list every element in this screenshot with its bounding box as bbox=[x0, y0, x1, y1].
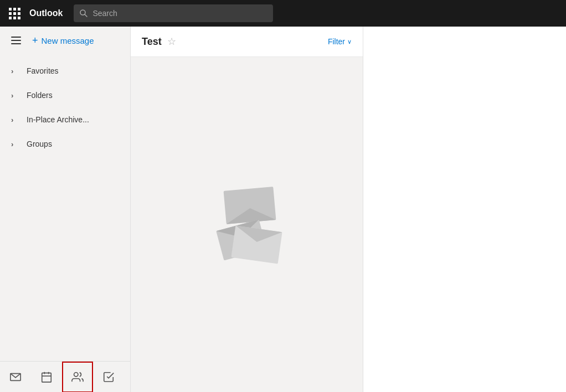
plus-icon: + bbox=[32, 35, 38, 45]
sidebar-item-label: Favorites bbox=[27, 66, 59, 75]
sidebar: + New message › Favorites › Folders › In… bbox=[0, 27, 131, 392]
svg-point-7 bbox=[74, 372, 78, 376]
bottom-nav-people[interactable] bbox=[62, 362, 93, 393]
filter-label: Filter bbox=[328, 37, 345, 46]
bottom-nav bbox=[0, 361, 130, 392]
apps-grid-icon[interactable] bbox=[7, 6, 23, 22]
sidebar-item-archive[interactable]: › In-Place Archive... bbox=[2, 107, 128, 132]
search-bar[interactable] bbox=[74, 4, 273, 22]
app-title: Outlook bbox=[29, 8, 63, 18]
topbar: Outlook bbox=[0, 0, 566, 27]
bottom-nav-mail[interactable] bbox=[0, 362, 31, 393]
filter-button[interactable]: Filter ∨ bbox=[328, 37, 352, 46]
empty-state bbox=[131, 57, 363, 392]
chevron-right-icon: › bbox=[11, 116, 20, 124]
chevron-down-icon: ∨ bbox=[347, 38, 352, 45]
calendar-icon bbox=[40, 371, 53, 383]
sidebar-item-label: Folders bbox=[27, 91, 53, 100]
svg-line-1 bbox=[85, 14, 87, 17]
sidebar-item-label: Groups bbox=[27, 140, 52, 148]
sidebar-top: + New message bbox=[0, 27, 130, 54]
people-icon bbox=[71, 371, 84, 383]
envelope-open bbox=[223, 187, 276, 224]
message-panel: Test ☆ Filter ∨ bbox=[131, 27, 363, 392]
mail-icon bbox=[9, 371, 22, 383]
sidebar-item-label: In-Place Archive... bbox=[27, 115, 89, 124]
tasks-icon bbox=[102, 371, 115, 383]
message-panel-header: Test ☆ Filter ∨ bbox=[131, 27, 363, 57]
empty-mail-illustration bbox=[208, 189, 286, 261]
sidebar-item-folders[interactable]: › Folders bbox=[2, 83, 128, 107]
search-icon bbox=[79, 9, 88, 18]
bottom-nav-calendar[interactable] bbox=[31, 362, 62, 393]
folder-title-area: Test ☆ bbox=[142, 35, 176, 48]
search-input[interactable] bbox=[92, 9, 267, 18]
chevron-right-icon: › bbox=[11, 91, 20, 100]
nav-items: › Favorites › Folders › In-Place Archive… bbox=[0, 54, 130, 361]
svg-rect-3 bbox=[42, 373, 52, 382]
bottom-nav-tasks[interactable] bbox=[93, 362, 124, 393]
reading-pane bbox=[363, 27, 566, 392]
star-icon[interactable]: ☆ bbox=[167, 35, 176, 48]
new-message-label: New message bbox=[42, 36, 94, 45]
new-message-button[interactable]: + New message bbox=[28, 33, 99, 48]
folder-title: Test bbox=[142, 36, 162, 48]
hamburger-icon[interactable] bbox=[9, 34, 23, 47]
main-layout: + New message › Favorites › Folders › In… bbox=[0, 27, 566, 392]
chevron-right-icon: › bbox=[11, 140, 20, 148]
chevron-right-icon: › bbox=[11, 67, 20, 75]
envelope-front bbox=[231, 225, 282, 264]
sidebar-item-groups[interactable]: › Groups bbox=[2, 132, 128, 156]
sidebar-item-favorites[interactable]: › Favorites bbox=[2, 59, 128, 83]
